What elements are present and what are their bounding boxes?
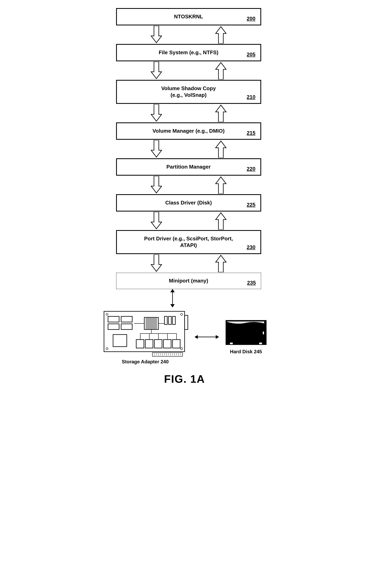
svg-rect-73 <box>263 332 264 334</box>
stack-block: Port Driver (e.g., ScsiPort, StorPort,AT… <box>116 230 261 254</box>
svg-marker-2 <box>171 304 174 307</box>
svg-marker-1 <box>171 290 174 292</box>
svg-rect-39 <box>173 316 175 325</box>
block-ref: 205 <box>247 52 255 58</box>
block-label: NTOSKRNL <box>121 13 257 20</box>
down-arrow-icon <box>150 176 163 194</box>
svg-rect-41 <box>145 340 153 348</box>
up-arrow-icon <box>215 140 227 158</box>
stack-block: Class Driver (Disk)225 <box>116 194 261 211</box>
svg-marker-70 <box>195 336 197 338</box>
svg-rect-12 <box>121 324 132 329</box>
up-arrow-icon <box>215 254 227 272</box>
down-arrow-icon <box>150 140 163 158</box>
adapter-disk-link <box>195 334 219 340</box>
up-arrow-icon <box>215 26 227 43</box>
arrow-pair <box>116 254 261 273</box>
svg-rect-9 <box>108 316 119 322</box>
down-arrow-icon <box>150 26 163 43</box>
svg-rect-74 <box>230 343 233 344</box>
storage-adapter: Storage Adapter 240 <box>102 309 189 365</box>
hardware-row: Storage Adapter 240 Hard Disk 245 <box>102 309 267 365</box>
down-arrow-icon <box>150 104 163 122</box>
stack-block: Volume Shadow Copy(e.g., VolSnap)210 <box>116 80 261 104</box>
block-label: Partition Manager <box>121 164 257 170</box>
storage-adapter-label: Storage Adapter 240 <box>122 359 169 365</box>
block-ref: 215 <box>247 130 255 136</box>
arrow-pair <box>116 211 261 230</box>
arrow-pair <box>116 61 261 80</box>
block-ref: 200 <box>247 16 255 22</box>
block-label: Volume Shadow Copy(e.g., VolSnap) <box>121 85 257 99</box>
block-label: Volume Manager (e.g., DMIO) <box>121 128 257 135</box>
stack-block: Volume Manager (e.g., DMIO)215 <box>116 122 261 140</box>
arrow-pair <box>116 25 261 44</box>
svg-rect-43 <box>164 340 171 348</box>
block-label: Port Driver (e.g., ScsiPort, StorPort,AT… <box>121 235 257 249</box>
figure-label: FIG. 1A <box>164 373 205 385</box>
down-arrow-icon <box>150 62 163 79</box>
svg-rect-37 <box>164 316 167 325</box>
up-arrow-icon <box>215 176 227 194</box>
arrow-pair <box>116 176 261 194</box>
storage-stack-diagram: NTOSKRNL200File System (e.g., NTFS)205Vo… <box>102 8 267 385</box>
up-arrow-icon <box>215 104 227 122</box>
down-arrow-icon <box>150 254 163 272</box>
up-arrow-icon <box>215 62 227 79</box>
block-ref: 230 <box>247 244 255 251</box>
arrow-pair <box>116 104 261 122</box>
block-label: Class Driver (Disk) <box>121 200 257 206</box>
hard-disk-icon <box>225 319 267 348</box>
storage-adapter-icon <box>102 309 189 358</box>
arrow-pair <box>116 140 261 158</box>
block-ref: 210 <box>247 94 255 100</box>
stack-block: NTOSKRNL200 <box>116 8 261 25</box>
block-label: File System (e.g., NTFS) <box>121 49 257 56</box>
svg-rect-44 <box>173 340 180 348</box>
svg-rect-42 <box>154 340 162 348</box>
block-ref: 235 <box>247 280 256 286</box>
block-label: Miniport (many) <box>120 277 257 284</box>
svg-rect-11 <box>108 324 119 329</box>
stack-block: Partition Manager220 <box>116 158 261 176</box>
svg-rect-72 <box>226 320 266 345</box>
driver-stack: NTOSKRNL200File System (e.g., NTFS)205Vo… <box>116 8 261 289</box>
up-arrow-icon <box>215 212 227 230</box>
svg-rect-13 <box>113 335 127 347</box>
hard-disk-label: Hard Disk 245 <box>230 349 262 355</box>
svg-rect-40 <box>136 340 144 348</box>
svg-marker-71 <box>216 336 218 338</box>
stack-block: Miniport (many)235 <box>116 273 261 289</box>
svg-rect-4 <box>184 315 188 329</box>
svg-rect-38 <box>168 316 171 325</box>
hard-disk: Hard Disk 245 <box>225 319 267 355</box>
svg-rect-54 <box>152 353 183 356</box>
block-ref: 225 <box>247 202 255 208</box>
block-ref: 220 <box>247 166 255 172</box>
down-arrow-icon <box>150 212 163 230</box>
stack-block: File System (e.g., NTFS)205 <box>116 44 261 61</box>
svg-rect-10 <box>121 316 132 322</box>
miniport-adapter-link <box>169 289 175 307</box>
svg-rect-75 <box>259 343 262 344</box>
